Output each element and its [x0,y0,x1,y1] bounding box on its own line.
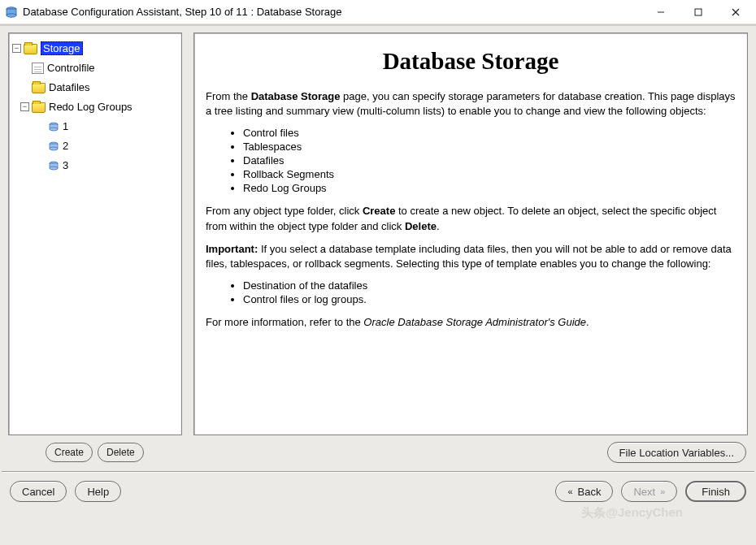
cancel-button[interactable]: Cancel [10,481,67,502]
file-icon [32,63,44,74]
tree-label: Redo Log Groups [49,101,133,113]
folder-icon [24,44,37,54]
back-button[interactable]: « Back [555,481,613,502]
list-item: Control files or log groups. [243,293,736,305]
chevron-right-icon: » [660,487,665,496]
redo-icon [48,141,59,152]
folder-icon [32,102,46,113]
important-paragraph: Important: If you select a database temp… [206,242,736,271]
tree-node-redo-3[interactable]: 3 [12,155,178,175]
redo-icon [48,161,59,171]
tree-label: Datafiles [49,81,90,93]
list-item: Rollback Segments [243,168,736,180]
intro-paragraph: From the Database Storage page, you can … [206,89,736,119]
svg-point-9 [50,128,58,131]
tree-label: 3 [63,159,68,171]
next-button[interactable]: Next » [621,481,677,502]
separator [2,471,754,473]
moreinfo-paragraph: For more information, refer to the Oracl… [206,315,736,330]
tree-node-redo-groups[interactable]: − Redo Log Groups [12,97,178,116]
svg-point-15 [50,167,58,170]
maximize-button[interactable] [680,0,717,24]
close-button[interactable] [717,0,754,24]
list-item: Control files [243,127,736,139]
tree-node-redo-1[interactable]: 1 [12,116,178,136]
tree-label: Storage [41,41,83,55]
app-icon [5,6,18,19]
redo-icon [48,122,59,132]
tree-label: 1 [63,120,68,132]
template-list: Destination of the datafiles Control fil… [206,279,736,305]
tree-node-redo-2[interactable]: 2 [12,136,178,155]
objects-list: Control files Tablespaces Datafiles Roll… [206,127,736,194]
window-title: Database Configuration Assistant, Step 1… [23,6,642,18]
tree-node-controlfile[interactable]: Controlfile [12,58,178,77]
finish-button[interactable]: Finish [685,481,746,502]
tree-node-storage[interactable]: − Storage [12,38,178,58]
list-item: Datafiles [243,154,736,167]
collapse-icon[interactable]: − [20,102,29,111]
create-delete-paragraph: From any object type folder, click Creat… [206,204,736,233]
content-panel: Database Storage From the Database Stora… [193,32,748,435]
titlebar: Database Configuration Assistant, Step 1… [0,0,756,24]
tree-label: 2 [63,140,68,152]
page-title: Database Storage [206,48,736,75]
list-item: Tablespaces [243,141,736,153]
svg-point-2 [7,13,16,16]
tree-node-datafiles[interactable]: Datafiles [12,77,178,97]
list-item: Destination of the datafiles [243,279,736,292]
tree-label: Controlfile [47,62,95,74]
create-button[interactable]: Create [46,443,93,462]
chevron-left-icon: « [567,487,572,496]
svg-point-12 [50,147,58,150]
storage-tree[interactable]: − Storage Controlfile Datafiles − Redo L… [8,32,182,435]
help-button[interactable]: Help [75,481,121,502]
delete-button[interactable]: Delete [98,443,144,462]
svg-rect-4 [695,9,702,15]
file-location-variables-button[interactable]: File Location Variables... [607,442,746,463]
minimize-button[interactable] [642,0,680,24]
list-item: Redo Log Groups [243,182,736,194]
collapse-icon[interactable]: − [12,44,21,53]
folder-icon [32,83,46,93]
